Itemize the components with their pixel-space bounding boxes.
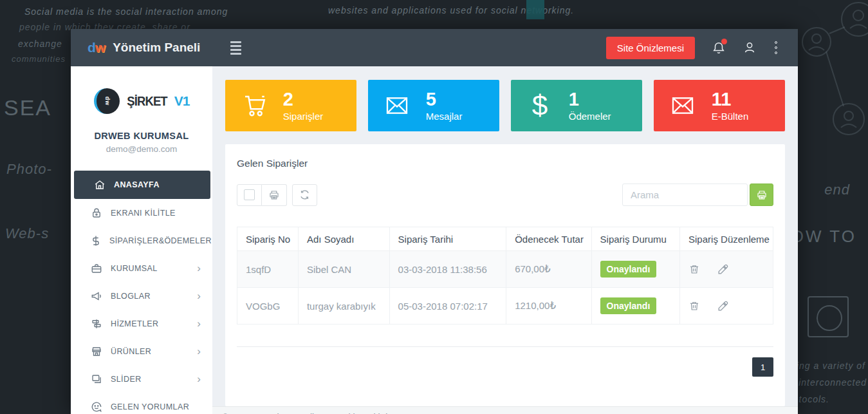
site-preview-button[interactable]: Site Önizlemesi	[606, 37, 695, 59]
comment-smile-icon	[90, 401, 103, 413]
col-header-odenecek-tutar: Ödenecek Tutar	[506, 227, 591, 251]
chevron-right-icon: ›	[197, 263, 201, 274]
profile-block: dw ŞİRKET V1 DRWEB KURUMSAL demo@demo.co…	[71, 66, 212, 171]
lock-icon	[90, 207, 103, 219]
company-logo: dw ŞİRKET V1	[71, 88, 212, 114]
stat-card-siparisler[interactable]: 2 Siparişler	[225, 80, 356, 131]
stat-card-ebulten[interactable]: 11 E-Bülten	[654, 80, 785, 131]
stat-label: Siparişler	[283, 111, 324, 122]
orders-panel: Gelen Siparişler	[225, 144, 785, 406]
envelope-icon	[368, 93, 426, 118]
status-badge: Onaylandı	[600, 297, 657, 314]
chalk-text: tocols.	[799, 394, 829, 404]
table-row: 1sqfD Sibel CAN 03-03-2018 11:38:56 670,…	[237, 251, 773, 288]
cart-icon	[225, 92, 283, 119]
envelope-icon	[654, 93, 712, 118]
printer-icon	[268, 189, 280, 201]
chalk-network-drawing	[797, 0, 868, 148]
store-icon	[90, 346, 103, 357]
order-name: Sibel CAN	[298, 251, 389, 288]
chalk-decoration	[808, 296, 849, 337]
order-date: 03-03-2018 11:38:56	[389, 251, 506, 288]
sidebar-item-kurumsal[interactable]: KURUMSAL ›	[71, 254, 212, 282]
profile-email: demo@demo.com	[71, 144, 212, 154]
app-title: Yönetim Paneli	[113, 41, 200, 55]
sidebar-item-siparisler-odemeler[interactable]: SİPARİŞLER&ÖDEMELER ›	[71, 227, 212, 254]
divider	[237, 346, 773, 347]
drweb-logo-icon: dw	[88, 40, 105, 55]
search-input[interactable]	[622, 183, 748, 206]
panel-title: Gelen Siparişler	[237, 158, 773, 169]
sidebar-item-anasayfa[interactable]: ANASAYFA	[74, 171, 210, 199]
chalk-decoration	[526, 0, 544, 19]
pagination: 1	[237, 357, 773, 377]
chevron-right-icon: ›	[197, 290, 201, 301]
signpost-icon	[90, 318, 103, 330]
stat-card-odemeler[interactable]: $ 1 Ödemeler	[511, 80, 642, 131]
stat-value: 1	[569, 89, 611, 110]
edit-button[interactable]	[717, 300, 729, 312]
order-amount: 670,00₺	[506, 251, 591, 288]
table-row: VOGbG turgay karabıyık 05-03-2018 07:02:…	[237, 288, 773, 325]
top-navbar: dw Yönetim Paneli Site Önizlemesi	[71, 29, 798, 66]
refresh-icon	[299, 189, 310, 200]
briefcase-icon	[90, 263, 103, 274]
order-no: VOGbG	[237, 288, 299, 325]
stat-value: 11	[712, 89, 749, 110]
notifications-bell-icon[interactable]	[712, 41, 726, 55]
printer-icon	[756, 189, 768, 201]
chalk-text: exchange	[18, 39, 62, 49]
status-badge: Onaylandı	[600, 261, 657, 278]
profile-name: DRWEB KURUMSAL	[71, 131, 212, 141]
edit-button[interactable]	[717, 263, 729, 276]
order-no: 1sqfD	[237, 251, 299, 288]
chalk-text: SEA	[4, 95, 51, 120]
chalk-text: ing a variety of	[797, 361, 865, 371]
col-header-siparis-tarihi: Sipariş Tarihi	[389, 227, 506, 251]
order-date: 05-03-2018 07:02:17	[389, 288, 506, 325]
footer: © 2016 Yönetim Paneli Tüm Hakkı Saklıdır…	[212, 406, 798, 414]
sidebar-toggle-icon[interactable]	[230, 41, 241, 55]
search-print-button[interactable]	[750, 183, 773, 206]
stat-value: 2	[283, 89, 324, 110]
company-logo-icon: dw	[94, 88, 120, 114]
chevron-right-icon: ›	[197, 373, 201, 384]
col-header-siparis-duzenleme: Sipariş Düzenleme	[680, 227, 773, 251]
more-options-icon[interactable]	[773, 40, 779, 55]
stat-label: Mesajlar	[426, 111, 463, 122]
page-button-1[interactable]: 1	[752, 357, 773, 377]
chalk-text: Web-s	[5, 225, 49, 242]
sidebar-menu: ANASAYFA EKRANI KİLİTLE SİPARİŞLER&ÖDEME…	[71, 171, 212, 414]
orders-toolbar	[237, 183, 773, 206]
orders-table: Sipariş No Adı Soyadı Sipariş Tarihi Öde…	[237, 227, 773, 325]
stat-label: Ödemeler	[569, 111, 611, 122]
refresh-button[interactable]	[292, 184, 317, 206]
chalk-text: Social media is the social interaction a…	[24, 6, 228, 17]
chevron-right-icon: ›	[197, 318, 201, 329]
layers-icon	[90, 373, 103, 385]
delete-button[interactable]	[688, 263, 700, 275]
sidebar-item-hizmetler[interactable]: HİZMETLER ›	[71, 310, 212, 337]
sidebar-item-ekrani-kilitle[interactable]: EKRANI KİLİTLE	[71, 199, 212, 227]
delete-button[interactable]	[688, 300, 700, 312]
content-area: 2 Siparişler 5 Mesajlar	[212, 66, 798, 414]
print-button[interactable]	[262, 184, 287, 206]
sidebar-item-gelen-yorumlar[interactable]: GELEN YORUMLAR	[71, 393, 212, 414]
admin-app-window: dw Yönetim Paneli Site Önizlemesi	[71, 29, 798, 414]
select-all-checkbox[interactable]	[244, 189, 255, 200]
col-header-siparis-no: Sipariş No	[237, 227, 299, 251]
stat-card-mesajlar[interactable]: 5 Mesajlar	[368, 80, 499, 131]
sidebar-item-slider[interactable]: SLİDER ›	[71, 365, 212, 393]
chalk-text: end	[824, 182, 850, 198]
user-account-icon[interactable]	[743, 41, 757, 55]
dollar-icon: $	[511, 91, 569, 120]
notification-badge	[721, 39, 727, 44]
chalk-text: communities	[12, 54, 66, 64]
dollar-icon	[90, 235, 102, 247]
brand[interactable]: dw Yönetim Paneli	[71, 40, 212, 55]
stat-value: 5	[426, 89, 463, 110]
sidebar-item-urunler[interactable]: ÜRÜNLER ›	[71, 337, 212, 365]
order-name: turgay karabıyık	[298, 288, 389, 325]
sidebar-item-bloglar[interactable]: BLOGLAR ›	[71, 282, 212, 310]
select-all-button[interactable]	[237, 184, 262, 206]
